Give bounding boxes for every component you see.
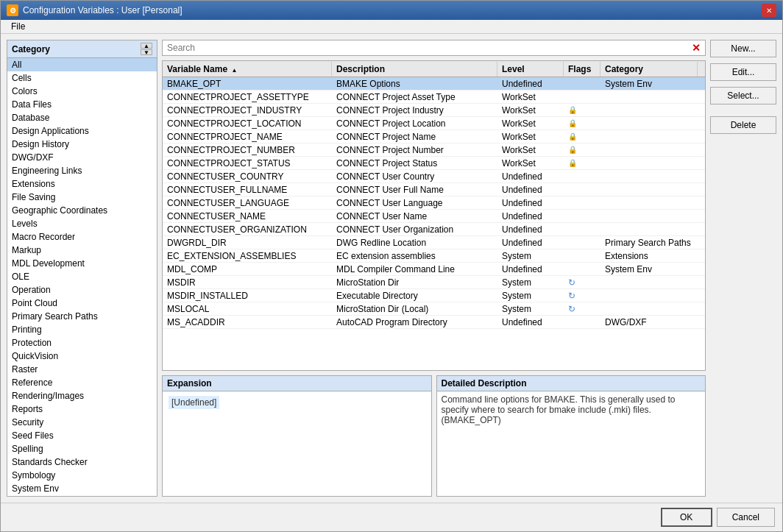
category-item-standards[interactable]: Standards Checker <box>7 455 157 469</box>
category-item-ole[interactable]: OLE <box>7 270 157 283</box>
table-row[interactable]: CONNECTUSER_LANGUAGE CONNECT User Langua… <box>163 196 705 210</box>
category-label: Category <box>12 44 50 54</box>
col-header-flags[interactable]: Flags <box>564 62 600 77</box>
category-item-levels[interactable]: Levels <box>7 217 157 230</box>
cell-description: CONNECT User Name <box>332 210 497 222</box>
variables-table: Variable Name ▲ Description Level Flags … <box>162 60 706 371</box>
category-item-designapps[interactable]: Design Applications <box>7 124 157 138</box>
category-item-filesaving[interactable]: File Saving <box>7 191 157 204</box>
cell-flags <box>564 176 600 177</box>
category-item-protection[interactable]: Protection <box>7 336 157 350</box>
category-item-symbology[interactable]: Symbology <box>7 469 157 482</box>
cell-description: CONNECT Project Status <box>332 157 497 169</box>
table-row[interactable]: CONNECTPROJECT_ASSETTYPE CONNECT Project… <box>163 91 705 104</box>
cell-varname: CONNECTUSER_COUNTRY <box>163 171 332 182</box>
category-item-cells[interactable]: Cells <box>7 71 157 85</box>
category-item-dwgdxf[interactable]: DWG/DXF <box>7 151 157 164</box>
close-button[interactable]: ✕ <box>762 4 776 17</box>
category-item-raster[interactable]: Raster <box>7 363 157 376</box>
category-item-mdldev[interactable]: MDL Development <box>7 257 157 270</box>
col-header-description[interactable]: Description <box>332 62 497 77</box>
category-item-pointcloud[interactable]: Point Cloud <box>7 297 157 310</box>
category-item-quickvision[interactable]: QuickVision <box>7 350 157 363</box>
category-item-reports[interactable]: Reports <box>7 402 157 416</box>
col-header-category[interactable]: Category <box>600 62 698 77</box>
cell-flags <box>564 216 600 217</box>
cell-varname: MDL_COMP <box>163 263 332 275</box>
cell-description: DWG Redline Location <box>332 237 497 249</box>
cell-level: Undefined <box>497 210 564 222</box>
category-item-englinks[interactable]: Engineering Links <box>7 164 157 177</box>
delete-button[interactable]: Delete <box>710 116 776 134</box>
table-row[interactable]: MSLOCAL MicroStation Dir (Local) System … <box>163 302 705 316</box>
table-row[interactable]: DWGRDL_DIR DWG Redline Location Undefine… <box>163 236 705 249</box>
category-item-security[interactable]: Security <box>7 416 157 429</box>
cell-description: EC extension assemblies <box>332 250 497 262</box>
table-row[interactable]: CONNECTPROJECT_LOCATION CONNECT Project … <box>163 117 705 130</box>
cell-varname: MS_ACADDIR <box>163 316 332 328</box>
category-item-geocoords[interactable]: Geographic Coordinates <box>7 204 157 217</box>
table-body: BMAKE_OPT BMAKE Options Undefined System… <box>163 77 705 370</box>
table-row[interactable]: MDL_COMP MDL Compiler Command Line Undef… <box>163 263 705 276</box>
select-button[interactable]: Select... <box>710 87 776 104</box>
scroll-down-btn[interactable]: ▼ <box>141 49 152 55</box>
category-item-systemenv[interactable]: System Env <box>7 482 157 495</box>
cell-description: CONNECT Project Industry <box>332 104 497 116</box>
category-item-spelling[interactable]: Spelling <box>7 442 157 455</box>
category-item-printing[interactable]: Printing <box>7 323 157 336</box>
category-item-seedfiles[interactable]: Seed Files <box>7 429 157 442</box>
category-item-extensions[interactable]: Extensions <box>7 177 157 191</box>
table-row[interactable]: CONNECTUSER_FULLNAME CONNECT User Full N… <box>163 183 705 196</box>
cell-category: System Env <box>600 78 705 90</box>
category-item-datafiles[interactable]: Data Files <box>7 98 157 111</box>
cell-flags: ↻ <box>564 290 600 302</box>
table-row[interactable]: CONNECTPROJECT_NUMBER CONNECT Project Nu… <box>163 143 705 157</box>
category-item-tables[interactable]: Tables <box>7 495 157 496</box>
search-input[interactable] <box>167 43 692 53</box>
menu-bar: File <box>1 20 782 34</box>
table-row[interactable]: MS_ACADDIR AutoCAD Program Directory Und… <box>163 316 705 329</box>
category-item-all[interactable]: All <box>7 58 157 71</box>
table-row[interactable]: CONNECTPROJECT_STATUS CONNECT Project St… <box>163 157 705 170</box>
table-row[interactable]: CONNECTPROJECT_NAME CONNECT Project Name… <box>163 130 705 143</box>
table-row[interactable]: MSDIR_INSTALLED Executable Directory Sys… <box>163 289 705 302</box>
table-row[interactable]: BMAKE_OPT BMAKE Options Undefined System… <box>163 77 705 91</box>
category-item-database[interactable]: Database <box>7 111 157 124</box>
description-content: Command line options for BMAKE. This is … <box>437 391 706 496</box>
category-item-colors[interactable]: Colors <box>7 85 157 98</box>
table-row[interactable]: CONNECTUSER_NAME CONNECT User Name Undef… <box>163 210 705 223</box>
col-header-varname[interactable]: Variable Name ▲ <box>163 62 332 77</box>
table-row[interactable]: EC_EXTENSION_ASSEMBLIES EC extension ass… <box>163 249 705 263</box>
search-clear-button[interactable]: ✕ <box>692 42 701 54</box>
edit-button[interactable]: Edit... <box>710 63 776 81</box>
center-panel: ✕ Variable Name ▲ Description Level Flag… <box>162 40 706 497</box>
cell-flags <box>564 322 600 323</box>
cell-description: BMAKE Options <box>332 78 497 90</box>
new-button[interactable]: New... <box>710 40 776 57</box>
scroll-up-btn[interactable]: ▲ <box>141 43 152 49</box>
table-row[interactable]: MSDIR MicroStation Dir System ↻ <box>163 276 705 289</box>
expansion-value: [Undefined] <box>169 396 219 409</box>
category-item-macrorecorder[interactable]: Macro Recorder <box>7 230 157 244</box>
table-row[interactable]: CONNECTPROJECT_INDUSTRY CONNECT Project … <box>163 104 705 117</box>
category-item-rendering[interactable]: Rendering/Images <box>7 389 157 402</box>
cell-flags: ↻ <box>564 277 600 288</box>
category-item-reference[interactable]: Reference <box>7 376 157 389</box>
cell-description: MicroStation Dir <box>332 277 497 288</box>
refresh-icon: ↻ <box>568 291 575 301</box>
menu-file[interactable]: File <box>5 20 31 33</box>
cell-varname: BMAKE_OPT <box>163 78 332 90</box>
category-item-markup[interactable]: Markup <box>7 244 157 257</box>
category-item-designhistory[interactable]: Design History <box>7 138 157 151</box>
cell-level: Undefined <box>497 316 564 328</box>
ok-button[interactable]: OK <box>661 508 712 527</box>
table-row[interactable]: CONNECTUSER_ORGANIZATION CONNECT User Or… <box>163 223 705 236</box>
cell-varname: MSLOCAL <box>163 303 332 315</box>
category-item-primarysearch[interactable]: Primary Search Paths <box>7 310 157 323</box>
cell-level: Undefined <box>497 78 564 90</box>
table-row[interactable]: CONNECTUSER_COUNTRY CONNECT User Country… <box>163 170 705 183</box>
category-item-operation[interactable]: Operation <box>7 283 157 297</box>
cell-category <box>600 202 705 204</box>
col-header-level[interactable]: Level <box>497 62 564 77</box>
cancel-button[interactable]: Cancel <box>717 508 775 527</box>
